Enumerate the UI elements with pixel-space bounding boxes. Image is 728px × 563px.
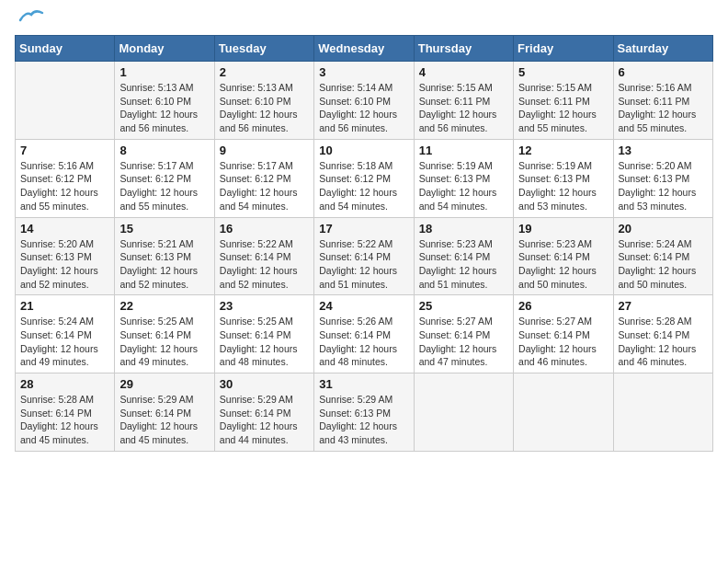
- calendar-cell: 29Sunrise: 5:29 AM Sunset: 6:14 PM Dayli…: [115, 373, 214, 452]
- calendar-cell: 12Sunrise: 5:19 AM Sunset: 6:13 PM Dayli…: [514, 139, 613, 217]
- day-info: Sunrise: 5:17 AM Sunset: 6:12 PM Dayligh…: [119, 159, 209, 213]
- day-number: 2: [220, 65, 309, 79]
- calendar-cell: [514, 373, 613, 452]
- day-number: 5: [518, 65, 608, 79]
- day-number: 12: [518, 144, 608, 157]
- day-header-thursday: Thursday: [414, 36, 513, 62]
- day-info: Sunrise: 5:28 AM Sunset: 6:14 PM Dayligh…: [619, 315, 708, 369]
- day-info: Sunrise: 5:29 AM Sunset: 6:13 PM Dayligh…: [319, 393, 408, 447]
- day-number: 18: [419, 222, 508, 236]
- day-info: Sunrise: 5:16 AM Sunset: 6:11 PM Dayligh…: [619, 81, 708, 135]
- day-number: 3: [319, 65, 408, 79]
- day-info: Sunrise: 5:19 AM Sunset: 6:13 PM Dayligh…: [419, 159, 508, 213]
- calendar-cell: [414, 373, 513, 452]
- calendar-cell: 14Sunrise: 5:20 AM Sunset: 6:13 PM Dayli…: [16, 217, 115, 295]
- day-info: Sunrise: 5:18 AM Sunset: 6:12 PM Dayligh…: [319, 159, 408, 213]
- calendar-cell: 19Sunrise: 5:23 AM Sunset: 6:14 PM Dayli…: [514, 217, 613, 295]
- day-info: Sunrise: 5:17 AM Sunset: 6:12 PM Dayligh…: [220, 159, 309, 213]
- calendar-cell: 30Sunrise: 5:29 AM Sunset: 6:14 PM Dayli…: [214, 373, 313, 452]
- logo: [15, 15, 44, 26]
- calendar-cell: 26Sunrise: 5:27 AM Sunset: 6:14 PM Dayli…: [514, 295, 613, 373]
- day-number: 25: [419, 299, 508, 313]
- calendar-cell: 16Sunrise: 5:22 AM Sunset: 6:14 PM Dayli…: [214, 217, 313, 295]
- calendar-cell: 28Sunrise: 5:28 AM Sunset: 6:14 PM Dayli…: [16, 373, 115, 452]
- calendar-cell: 5Sunrise: 5:15 AM Sunset: 6:11 PM Daylig…: [514, 62, 613, 140]
- calendar-cell: 9Sunrise: 5:17 AM Sunset: 6:12 PM Daylig…: [214, 139, 313, 217]
- calendar-cell: 11Sunrise: 5:19 AM Sunset: 6:13 PM Dayli…: [414, 139, 513, 217]
- day-number: 14: [20, 222, 109, 236]
- day-number: 31: [319, 377, 408, 391]
- day-info: Sunrise: 5:21 AM Sunset: 6:13 PM Dayligh…: [119, 237, 209, 292]
- header: [15, 15, 713, 26]
- day-header-friday: Friday: [514, 36, 613, 62]
- calendar-cell: 22Sunrise: 5:25 AM Sunset: 6:14 PM Dayli…: [115, 295, 214, 373]
- calendar-cell: 13Sunrise: 5:20 AM Sunset: 6:13 PM Dayli…: [613, 139, 712, 217]
- day-number: 7: [20, 144, 109, 157]
- calendar-cell: 2Sunrise: 5:13 AM Sunset: 6:10 PM Daylig…: [214, 62, 313, 140]
- day-info: Sunrise: 5:24 AM Sunset: 6:14 PM Dayligh…: [619, 237, 708, 292]
- calendar-cell: 1Sunrise: 5:13 AM Sunset: 6:10 PM Daylig…: [115, 62, 214, 140]
- day-header-wednesday: Wednesday: [314, 36, 414, 62]
- calendar-cell: [16, 62, 115, 140]
- day-header-sunday: Sunday: [16, 36, 115, 62]
- calendar-week-row: 21Sunrise: 5:24 AM Sunset: 6:14 PM Dayli…: [16, 295, 713, 373]
- day-info: Sunrise: 5:24 AM Sunset: 6:14 PM Dayligh…: [20, 315, 109, 369]
- day-header-tuesday: Tuesday: [214, 36, 313, 62]
- day-number: 4: [419, 65, 508, 79]
- day-number: 28: [20, 377, 109, 391]
- day-info: Sunrise: 5:14 AM Sunset: 6:10 PM Dayligh…: [319, 81, 408, 135]
- calendar-cell: 24Sunrise: 5:26 AM Sunset: 6:14 PM Dayli…: [314, 295, 414, 373]
- calendar-cell: 10Sunrise: 5:18 AM Sunset: 6:12 PM Dayli…: [314, 139, 414, 217]
- day-number: 11: [419, 144, 508, 157]
- day-number: 23: [220, 299, 309, 313]
- day-info: Sunrise: 5:20 AM Sunset: 6:13 PM Dayligh…: [619, 159, 708, 213]
- calendar-cell: 17Sunrise: 5:22 AM Sunset: 6:14 PM Dayli…: [314, 217, 414, 295]
- day-number: 1: [119, 65, 209, 79]
- day-number: 27: [619, 299, 708, 313]
- day-info: Sunrise: 5:22 AM Sunset: 6:14 PM Dayligh…: [319, 237, 408, 292]
- calendar-header-row: SundayMondayTuesdayWednesdayThursdayFrid…: [16, 36, 713, 62]
- calendar-cell: 27Sunrise: 5:28 AM Sunset: 6:14 PM Dayli…: [613, 295, 712, 373]
- calendar-week-row: 14Sunrise: 5:20 AM Sunset: 6:13 PM Dayli…: [16, 217, 713, 295]
- day-number: 21: [20, 299, 109, 313]
- day-number: 13: [619, 144, 708, 157]
- day-info: Sunrise: 5:29 AM Sunset: 6:14 PM Dayligh…: [119, 393, 209, 447]
- day-info: Sunrise: 5:22 AM Sunset: 6:14 PM Dayligh…: [220, 237, 309, 292]
- day-info: Sunrise: 5:15 AM Sunset: 6:11 PM Dayligh…: [518, 81, 608, 135]
- calendar-cell: 20Sunrise: 5:24 AM Sunset: 6:14 PM Dayli…: [613, 217, 712, 295]
- day-header-monday: Monday: [115, 36, 214, 62]
- day-header-saturday: Saturday: [613, 36, 712, 62]
- day-number: 29: [119, 377, 209, 391]
- day-info: Sunrise: 5:25 AM Sunset: 6:14 PM Dayligh…: [119, 315, 209, 369]
- day-number: 8: [119, 144, 209, 157]
- calendar-cell: 25Sunrise: 5:27 AM Sunset: 6:14 PM Dayli…: [414, 295, 513, 373]
- day-number: 22: [119, 299, 209, 313]
- day-info: Sunrise: 5:23 AM Sunset: 6:14 PM Dayligh…: [419, 237, 508, 292]
- calendar-cell: 15Sunrise: 5:21 AM Sunset: 6:13 PM Dayli…: [115, 217, 214, 295]
- logo-bird-icon: [18, 7, 44, 26]
- day-info: Sunrise: 5:27 AM Sunset: 6:14 PM Dayligh…: [518, 315, 608, 369]
- calendar-table: SundayMondayTuesdayWednesdayThursdayFrid…: [15, 35, 713, 452]
- day-number: 9: [220, 144, 309, 157]
- day-info: Sunrise: 5:26 AM Sunset: 6:14 PM Dayligh…: [319, 315, 408, 369]
- day-number: 26: [518, 299, 608, 313]
- calendar-cell: 21Sunrise: 5:24 AM Sunset: 6:14 PM Dayli…: [16, 295, 115, 373]
- day-info: Sunrise: 5:25 AM Sunset: 6:14 PM Dayligh…: [220, 315, 309, 369]
- calendar-cell: 6Sunrise: 5:16 AM Sunset: 6:11 PM Daylig…: [613, 62, 712, 140]
- day-info: Sunrise: 5:29 AM Sunset: 6:14 PM Dayligh…: [220, 393, 309, 447]
- calendar-cell: 18Sunrise: 5:23 AM Sunset: 6:14 PM Dayli…: [414, 217, 513, 295]
- calendar-week-row: 1Sunrise: 5:13 AM Sunset: 6:10 PM Daylig…: [16, 62, 713, 140]
- calendar-week-row: 7Sunrise: 5:16 AM Sunset: 6:12 PM Daylig…: [16, 139, 713, 217]
- calendar-cell: 31Sunrise: 5:29 AM Sunset: 6:13 PM Dayli…: [314, 373, 414, 452]
- day-info: Sunrise: 5:19 AM Sunset: 6:13 PM Dayligh…: [518, 159, 608, 213]
- day-number: 10: [319, 144, 408, 157]
- day-info: Sunrise: 5:16 AM Sunset: 6:12 PM Dayligh…: [20, 159, 109, 213]
- day-info: Sunrise: 5:20 AM Sunset: 6:13 PM Dayligh…: [20, 237, 109, 292]
- calendar-week-row: 28Sunrise: 5:28 AM Sunset: 6:14 PM Dayli…: [16, 373, 713, 452]
- day-number: 17: [319, 222, 408, 236]
- day-info: Sunrise: 5:15 AM Sunset: 6:11 PM Dayligh…: [419, 81, 508, 135]
- calendar-cell: 3Sunrise: 5:14 AM Sunset: 6:10 PM Daylig…: [314, 62, 414, 140]
- day-info: Sunrise: 5:13 AM Sunset: 6:10 PM Dayligh…: [220, 81, 309, 135]
- calendar-cell: 4Sunrise: 5:15 AM Sunset: 6:11 PM Daylig…: [414, 62, 513, 140]
- day-info: Sunrise: 5:13 AM Sunset: 6:10 PM Dayligh…: [119, 81, 209, 135]
